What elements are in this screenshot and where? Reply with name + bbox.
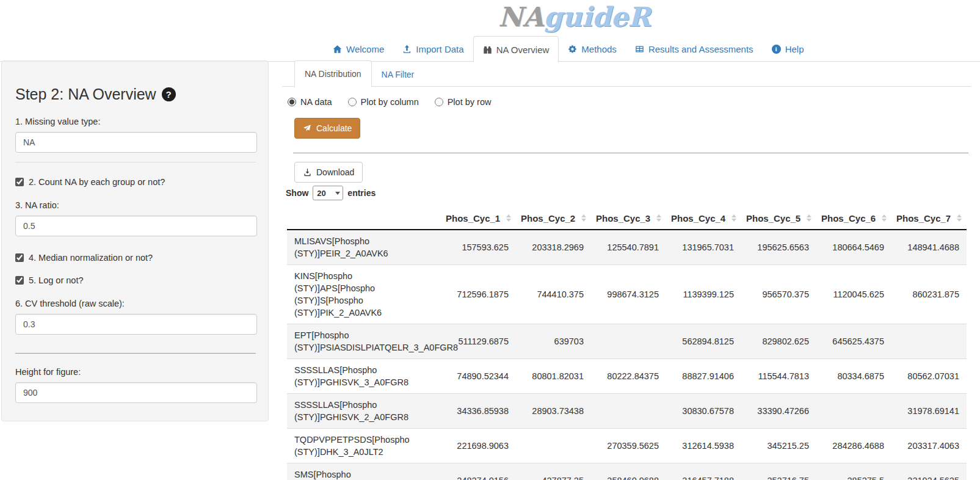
value-cell: 195625.6563: [741, 230, 816, 265]
table-row: SSSSLLAS[Phospho (STY)]PGHISVK_2_A0FGR83…: [287, 394, 967, 429]
sort-icon: [882, 214, 887, 222]
divider: [15, 353, 256, 354]
value-cell: 998674.3125: [591, 265, 666, 324]
navbar-tab-welcome[interactable]: Welcome: [324, 36, 393, 62]
tab-na-distribution[interactable]: NA Distribution: [294, 60, 372, 87]
radio-plot-by-row[interactable]: Plot by row: [435, 97, 492, 107]
logo-guider: guideR: [543, 1, 650, 32]
download-icon: [303, 168, 312, 177]
value-cell: 316457.7188: [666, 464, 741, 480]
value-cell: 1120045.625: [816, 265, 891, 324]
column-header[interactable]: Phos_Cyc_4: [666, 208, 741, 230]
value-cell: [591, 394, 666, 429]
value-cell: 352716.75: [741, 464, 816, 480]
navbar-tab-methods[interactable]: Methods: [559, 36, 626, 62]
download-button[interactable]: Download: [294, 162, 363, 183]
navbar-tab-results-and-assessments[interactable]: Results and Assessments: [626, 36, 763, 62]
column-header[interactable]: Phos_Cyc_3: [591, 208, 666, 230]
value-cell: 270359.5625: [591, 429, 666, 464]
sort-icon: [957, 214, 962, 222]
figure-height-input[interactable]: [15, 382, 257, 403]
logo-na: NA: [498, 1, 543, 32]
cv-threshold-label: 6. CV threshold (raw scale):: [15, 299, 256, 308]
value-cell: 221698.9063: [441, 429, 516, 464]
divider: [15, 162, 256, 162]
column-header[interactable]: Phos_Cyc_5: [741, 208, 816, 230]
value-cell: 180664.5469: [816, 230, 891, 265]
home-icon: [333, 45, 342, 54]
sort-icon: [731, 214, 736, 222]
main-navbar: Welcome Import Data NA Overview Methods …: [0, 36, 980, 62]
figure-height-label: Height for figure:: [15, 367, 256, 377]
sort-icon: [506, 214, 511, 222]
row-name-cell: SSSSLLAS[Phospho (STY)]PGHISVK_2_A0FGR8: [287, 394, 441, 429]
value-cell: [816, 394, 891, 429]
navbar-tab-na-overview[interactable]: NA Overview: [473, 36, 559, 62]
radio-na-data[interactable]: NA data: [288, 97, 332, 107]
upload-icon: [402, 45, 412, 54]
value-cell: 74890.52344: [441, 359, 516, 394]
navbar-tab-import-data[interactable]: Import Data: [393, 36, 473, 62]
column-header[interactable]: Phos_Cyc_1: [441, 208, 516, 230]
table-row: MLISAVS[Phospho (STY)]PEIR_2_A0AVK615759…: [287, 230, 967, 265]
value-cell: 34336.85938: [441, 394, 516, 429]
table-icon: [635, 45, 644, 54]
na-data-table: Phos_Cyc_1Phos_Cyc_2Phos_Cyc_3Phos_Cyc_4…: [287, 208, 967, 480]
value-cell: 1139399.125: [666, 265, 741, 324]
value-cell: 88827.91406: [666, 359, 741, 394]
table-row: TQDPVPPETPSDS[Phospho (STY)]DHK_3_A0JLT2…: [287, 429, 967, 464]
value-cell: [891, 324, 967, 359]
count-group-row[interactable]: 2. Count NA by each group or not?: [15, 177, 256, 187]
navbar-tab-help[interactable]: iHelp: [763, 36, 813, 62]
value-cell: 203318.2969: [516, 230, 591, 265]
value-cell: 203317.4063: [891, 429, 967, 464]
question-circle-icon[interactable]: ?: [162, 87, 176, 101]
value-cell: 427877.25: [516, 464, 591, 480]
value-cell: 284286.4688: [816, 429, 891, 464]
row-name-cell: MLISAVS[Phospho (STY)]PEIR_2_A0AVK6: [287, 230, 441, 265]
column-header[interactable]: Phos_Cyc_7: [891, 208, 967, 230]
app-logo: NAguideR: [498, 1, 650, 32]
log-row[interactable]: 5. Log or not?: [15, 275, 256, 285]
value-cell: 358460.9688: [591, 464, 666, 480]
value-cell: 80801.82031: [516, 359, 591, 394]
tab-na-filter[interactable]: NA Filter: [372, 61, 424, 87]
row-name-column-header[interactable]: [287, 208, 441, 230]
median-norm-checkbox[interactable]: [15, 253, 24, 262]
value-cell: 80334.6875: [816, 359, 891, 394]
value-cell: 645625.4375: [816, 324, 891, 359]
sort-icon: [807, 214, 811, 222]
calculate-button[interactable]: Calculate: [294, 118, 360, 139]
value-cell: 511129.6875: [441, 324, 516, 359]
row-name-cell: KINS[Phospho (STY)]APS[Phospho (STY)]S[P…: [287, 265, 441, 324]
radio-plot-by-column[interactable]: Plot by column: [348, 97, 419, 107]
navbar-tabs: Welcome Import Data NA Overview Methods …: [324, 36, 813, 62]
value-cell: 562894.8125: [666, 324, 741, 359]
table-row: EPT[Phospho (STY)]PSIASDISLPIATQELR_3_A0…: [287, 324, 967, 359]
column-header[interactable]: Phos_Cyc_2: [516, 208, 591, 230]
table-row: KINS[Phospho (STY)]APS[Phospho (STY)]S[P…: [287, 265, 967, 324]
sort-icon: [581, 214, 586, 222]
value-cell: 30830.67578: [666, 394, 741, 429]
na-ratio-input[interactable]: [15, 216, 257, 236]
value-cell: 125540.7891: [591, 230, 666, 265]
calculate-label: Calculate: [316, 123, 352, 133]
table-length-control: Show 20 entries: [286, 186, 971, 200]
column-header[interactable]: Phos_Cyc_6: [816, 208, 891, 230]
value-cell: 80562.07031: [891, 359, 967, 394]
count-group-checkbox[interactable]: [15, 178, 24, 186]
download-label: Download: [316, 167, 354, 177]
table-row: SSSSLLAS[Phospho (STY)]PGHISVK_3_A0FGR87…: [287, 359, 967, 394]
plot-mode-radiogroup: NA data Plot by column Plot by row: [288, 97, 971, 107]
log-checkbox[interactable]: [15, 276, 24, 285]
cv-threshold-input[interactable]: [15, 314, 257, 335]
table-header-row: Phos_Cyc_1Phos_Cyc_2Phos_Cyc_3Phos_Cyc_4…: [287, 208, 967, 230]
median-norm-row[interactable]: 4. Median normalization or not?: [15, 253, 256, 263]
info-icon: i: [772, 45, 781, 54]
value-cell: 285275.5: [816, 464, 891, 480]
missing-type-input[interactable]: [15, 132, 257, 153]
page-length-select[interactable]: 20: [313, 186, 343, 200]
sidebar-title-text: Step 2: NA Overview: [15, 85, 156, 103]
sidebar-panel: Step 2: NA Overview ? 1. Missing value t…: [1, 60, 269, 421]
value-cell: 829802.625: [741, 324, 816, 359]
